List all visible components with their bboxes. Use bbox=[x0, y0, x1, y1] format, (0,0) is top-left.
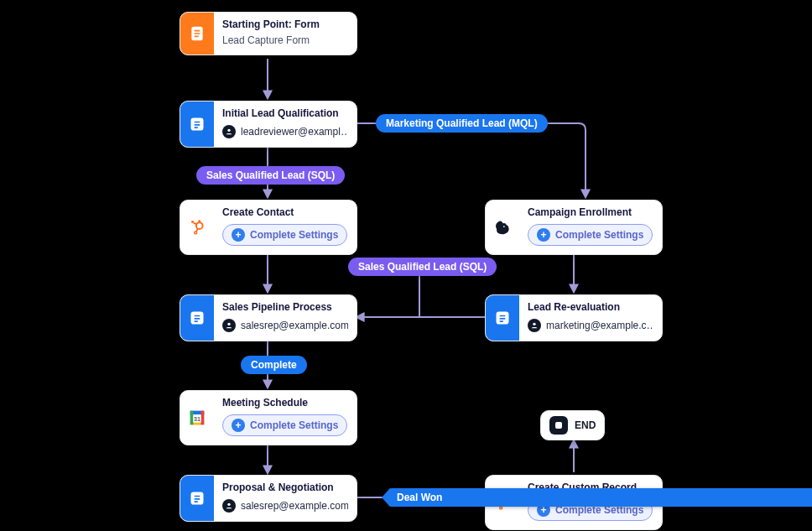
svg-text:31: 31 bbox=[194, 415, 200, 423]
svg-line-14 bbox=[194, 222, 197, 224]
stop-icon bbox=[549, 416, 568, 435]
complete-settings-label: Complete Settings bbox=[250, 419, 338, 431]
assignee-email: leadreviewer@exampl… bbox=[241, 126, 348, 138]
node-title: Lead Re-evaluation bbox=[528, 302, 653, 314]
edge-label-complete: Complete bbox=[241, 356, 307, 374]
node-title: Meeting Schedule bbox=[222, 398, 348, 409]
svg-rect-30 bbox=[190, 411, 194, 425]
assignee-email: salesrep@example.com bbox=[241, 320, 348, 331]
person-icon bbox=[222, 319, 236, 332]
node-start[interactable]: Starting Point: Form Lead Capture Form bbox=[180, 12, 357, 55]
node-title: Create Contact bbox=[222, 207, 348, 219]
node-title: Campaign Enrollment bbox=[528, 207, 653, 219]
task-list-icon bbox=[180, 102, 214, 147]
svg-point-38 bbox=[227, 502, 230, 505]
node-assignee: salesrep@example.com bbox=[222, 319, 348, 332]
svg-rect-31 bbox=[201, 411, 205, 425]
person-icon bbox=[222, 125, 236, 138]
node-title: Initial Lead Qualification bbox=[222, 108, 348, 120]
plus-icon: + bbox=[232, 228, 245, 242]
person-icon bbox=[222, 499, 236, 513]
node-assignee: marketing@example.c… bbox=[528, 319, 653, 332]
svg-point-42 bbox=[500, 507, 502, 509]
edge-label-sql2: Sales Qualified Lead (SQL) bbox=[348, 258, 497, 276]
assignee-email: salesrep@example.com bbox=[241, 500, 348, 512]
workflow-canvas: Starting Point: Form Lead Capture Form I… bbox=[0, 0, 812, 531]
node-pipeline[interactable]: Sales Pipeline Process salesrep@example.… bbox=[180, 294, 357, 341]
node-end[interactable]: END bbox=[540, 410, 605, 440]
complete-settings-button[interactable]: + Complete Settings bbox=[222, 414, 347, 436]
svg-line-15 bbox=[196, 228, 197, 232]
node-title: Sales Pipeline Process bbox=[222, 302, 348, 314]
svg-point-10 bbox=[198, 220, 200, 222]
node-proposal[interactable]: Proposal & Negotiation salesrep@example.… bbox=[180, 475, 357, 522]
end-label: END bbox=[575, 419, 596, 431]
mailchimp-icon bbox=[486, 200, 519, 254]
node-assignee: leadreviewer@exampl… bbox=[222, 125, 348, 138]
task-list-icon bbox=[486, 295, 519, 341]
complete-settings-label: Complete Settings bbox=[250, 229, 338, 241]
node-campaign[interactable]: Campaign Enrollment + Complete Settings bbox=[485, 200, 663, 255]
complete-settings-button[interactable]: + Complete Settings bbox=[222, 224, 347, 246]
node-meeting[interactable]: 31 Meeting Schedule + Complete Settings bbox=[180, 390, 357, 445]
svg-point-21 bbox=[227, 322, 230, 325]
complete-settings-button[interactable]: + Complete Settings bbox=[528, 224, 653, 246]
node-title: Proposal & Negotiation bbox=[222, 482, 348, 494]
person-icon bbox=[528, 319, 541, 332]
task-list-icon bbox=[180, 295, 214, 341]
svg-point-9 bbox=[196, 222, 203, 229]
svg-point-11 bbox=[191, 221, 194, 223]
google-calendar-icon: 31 bbox=[180, 391, 214, 445]
complete-settings-label: Complete Settings bbox=[555, 229, 643, 241]
plus-icon: + bbox=[232, 419, 245, 432]
edge-label-sql1: Sales Qualified Lead (SQL) bbox=[196, 166, 345, 185]
edge-label-mql: Marketing Qualified Lead (MQL) bbox=[376, 114, 548, 133]
svg-point-12 bbox=[195, 232, 197, 234]
form-icon bbox=[180, 13, 214, 55]
svg-point-8 bbox=[227, 128, 230, 131]
svg-point-26 bbox=[533, 322, 535, 325]
plus-icon: + bbox=[537, 228, 550, 242]
node-qualify[interactable]: Initial Lead Qualification leadreviewer@… bbox=[180, 101, 357, 148]
node-reeval[interactable]: Lead Re-evaluation marketing@example.c… bbox=[485, 294, 663, 341]
node-assignee: salesrep@example.com bbox=[222, 499, 348, 513]
hubspot-icon bbox=[180, 200, 214, 254]
svg-point-16 bbox=[503, 226, 505, 227]
edge-label-dealwon: Deal Won bbox=[388, 488, 812, 507]
node-title: Starting Point: Form bbox=[222, 19, 348, 31]
task-list-icon bbox=[180, 476, 214, 521]
node-subtitle: Lead Capture Form bbox=[222, 34, 348, 46]
node-create-contact[interactable]: Create Contact + Complete Settings bbox=[180, 200, 357, 255]
assignee-email: marketing@example.c… bbox=[546, 320, 653, 331]
